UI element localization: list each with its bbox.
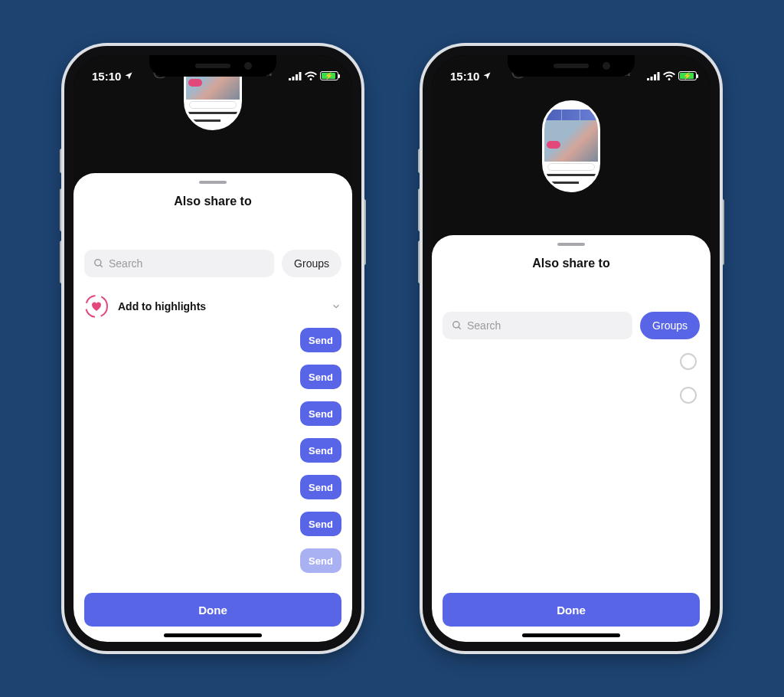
volume-down-button	[418, 241, 422, 283]
volume-up-button	[418, 188, 422, 231]
svg-line-12	[459, 327, 461, 329]
recipient-row: Send	[84, 512, 341, 536]
chevron-down-icon	[331, 301, 341, 312]
svg-point-4	[95, 260, 101, 266]
sheet-grabber[interactable]	[557, 243, 585, 246]
share-sheet: Also share to Search Groups	[74, 173, 352, 642]
svg-rect-0	[289, 78, 291, 80]
wifi-icon	[663, 71, 675, 80]
screen: Also share to Search Groups	[74, 55, 352, 642]
notch	[149, 55, 276, 77]
share-sheet: Also share to Search Groups	[432, 235, 710, 642]
send-button[interactable]: Send	[300, 401, 341, 426]
recipient-row: Send	[84, 365, 341, 389]
groups-tab[interactable]: Groups	[640, 312, 700, 339]
svg-rect-7	[647, 78, 649, 80]
radio-select[interactable]	[680, 353, 697, 370]
notch	[508, 55, 635, 77]
svg-rect-8	[651, 77, 653, 80]
group-row	[446, 353, 697, 370]
sheet-title: Also share to	[74, 195, 352, 208]
search-icon	[93, 258, 104, 269]
recipient-row: Send	[84, 401, 341, 426]
location-icon	[124, 71, 133, 80]
home-indicator[interactable]	[522, 633, 620, 637]
search-input[interactable]: Search	[84, 250, 274, 277]
svg-point-11	[453, 322, 459, 328]
send-button[interactable]: Send	[300, 512, 341, 536]
svg-rect-1	[292, 77, 295, 80]
screen: Also share to Search Groups	[432, 55, 710, 642]
volume-up-button	[60, 188, 64, 231]
highlights-label: Add to highlights	[118, 300, 322, 313]
volume-down-button	[60, 241, 64, 283]
power-button	[720, 199, 724, 265]
done-button[interactable]: Done	[84, 593, 341, 627]
sheet-grabber[interactable]	[199, 181, 227, 184]
group-row	[446, 387, 697, 404]
sheet-title: Also share to	[432, 257, 710, 270]
svg-rect-2	[296, 74, 298, 80]
phone-right: @onceseuradu 15:10 ⚡	[423, 46, 720, 651]
status-time: 15:10	[450, 70, 479, 83]
groups-tab[interactable]: Groups	[282, 250, 341, 277]
mute-switch	[60, 149, 64, 173]
svg-line-5	[100, 265, 103, 267]
done-button[interactable]: Done	[443, 593, 700, 627]
wifi-icon	[305, 71, 317, 80]
recipient-list[interactable]: Send Send Send Send Send Send Send	[74, 325, 352, 585]
recipient-row: Send	[84, 438, 341, 463]
recipient-row: Send	[84, 475, 341, 499]
send-button[interactable]: Send	[300, 438, 341, 463]
phone-frame: @onceseuradu 15:10 ⚡	[64, 46, 361, 651]
recipient-row: Send	[84, 328, 341, 352]
radio-select[interactable]	[680, 387, 697, 404]
svg-rect-9	[654, 74, 656, 80]
power-button	[362, 199, 366, 265]
phone-left: @onceseuradu 15:10 ⚡	[64, 46, 361, 651]
send-button[interactable]: Send	[300, 475, 341, 499]
search-icon	[452, 320, 462, 331]
signal-icon	[289, 72, 302, 80]
battery-icon: ⚡	[320, 71, 338, 80]
svg-rect-3	[299, 72, 302, 80]
story-thumbnail[interactable]	[542, 100, 600, 192]
search-placeholder: Search	[467, 319, 501, 332]
phone-frame: @onceseuradu 15:10 ⚡	[423, 46, 720, 651]
mute-switch	[418, 149, 422, 173]
send-button[interactable]: Send	[300, 365, 341, 389]
search-placeholder: Search	[109, 257, 142, 270]
svg-rect-10	[658, 72, 660, 80]
heart-highlight-icon	[84, 294, 109, 319]
search-input[interactable]: Search	[443, 312, 632, 339]
add-to-highlights-row[interactable]: Add to highlights	[74, 288, 352, 325]
status-time: 15:10	[92, 70, 121, 83]
recipient-row: Send	[84, 548, 341, 573]
battery-icon: ⚡	[678, 71, 697, 80]
signal-icon	[647, 72, 660, 80]
location-icon	[482, 71, 492, 80]
send-button[interactable]: Send	[300, 548, 341, 573]
home-indicator[interactable]	[164, 633, 262, 637]
send-button[interactable]: Send	[300, 328, 341, 352]
group-list[interactable]	[432, 350, 710, 424]
